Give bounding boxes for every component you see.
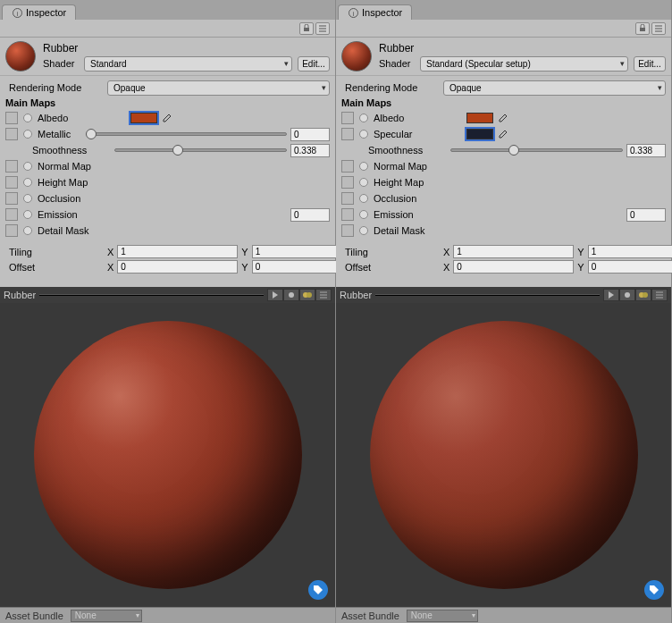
occlusion-texture-slot[interactable] [5,192,18,205]
material-preview[interactable] [336,303,671,607]
eyedropper-icon[interactable] [497,113,508,123]
x-label: X [107,262,113,273]
inspector-panel-left: i Inspector Rubber Shader Standard Edit.… [0,0,336,623]
normal-label: Normal Map [38,161,127,172]
menu-icon[interactable] [651,289,668,301]
rendering-mode-label: Rendering Mode [5,82,104,93]
preview-title: Rubber [340,290,372,300]
metallic-field[interactable] [290,128,330,141]
menu-icon[interactable] [315,22,330,35]
height-radio[interactable] [23,178,32,187]
rendering-mode-dropdown[interactable]: Opaque [443,80,666,96]
skybox-icon[interactable] [635,289,651,301]
offset-y-field[interactable] [588,260,672,274]
normal-radio[interactable] [23,162,32,171]
asset-bundle-bar: Asset Bundle None [0,607,335,623]
menu-icon[interactable] [315,289,332,301]
asset-bundle-bar: Asset Bundle None [336,607,671,623]
svg-rect-2 [304,28,309,31]
eyedropper-icon[interactable] [161,113,172,123]
occlusion-radio[interactable] [359,194,368,203]
asset-bundle-dropdown[interactable]: None [71,610,142,622]
light-icon[interactable] [619,289,635,301]
tiling-y-field[interactable] [588,245,672,258]
lock-icon[interactable] [299,22,314,35]
play-icon[interactable] [267,289,283,301]
albedo-radio[interactable] [23,114,32,122]
metallic-radio[interactable] [23,130,32,139]
offset-label: Offset [5,262,104,273]
emission-field[interactable] [290,208,330,222]
svg-marker-19 [609,291,614,299]
shader-dropdown[interactable]: Standard (Specular setup) [420,56,628,72]
tab-row: i Inspector [0,0,335,20]
albedo-radio[interactable] [359,114,368,122]
height-texture-slot[interactable] [341,176,354,189]
height-label: Height Map [38,177,127,188]
tiling-x-field[interactable] [117,245,238,258]
specular-texture-slot[interactable] [341,128,354,140]
detail-texture-slot[interactable] [5,224,18,237]
tag-icon[interactable] [644,580,664,600]
smoothness-field[interactable] [626,144,666,157]
emission-radio[interactable] [23,210,32,219]
detail-radio[interactable] [359,226,368,235]
shader-dropdown[interactable]: Standard [84,56,292,72]
asset-bundle-dropdown[interactable]: None [407,610,478,622]
height-texture-slot[interactable] [5,176,18,189]
height-radio[interactable] [359,178,368,187]
metallic-label: Metallic [38,129,82,139]
normal-radio[interactable] [359,162,368,171]
albedo-texture-slot[interactable] [5,112,18,124]
edit-button[interactable]: Edit... [298,56,330,72]
albedo-color[interactable] [130,113,157,123]
lock-icon[interactable] [635,22,650,35]
shader-label: Shader [379,58,415,69]
offset-x-field[interactable] [453,260,574,274]
emission-texture-slot[interactable] [5,208,18,221]
light-icon[interactable] [283,289,299,301]
preview-sphere [34,321,302,589]
albedo-texture-slot[interactable] [341,112,354,124]
skybox-icon[interactable] [299,289,315,301]
emission-field[interactable] [626,208,666,222]
panel-top-icons [336,20,671,38]
offset-x-field[interactable] [117,260,238,274]
detail-texture-slot[interactable] [341,224,354,237]
svg-point-9 [307,292,312,298]
info-icon: i [12,7,22,18]
emission-texture-slot[interactable] [341,208,354,221]
eyedropper-icon[interactable] [497,129,508,139]
material-header: Rubber Shader Standard Edit... [0,38,335,75]
metallic-texture-slot[interactable] [5,128,18,140]
rendering-mode-dropdown[interactable]: Opaque [107,80,330,96]
occlusion-label: Occlusion [38,193,127,204]
albedo-color[interactable] [466,113,493,123]
tag-icon[interactable] [308,580,328,600]
detail-radio[interactable] [23,226,32,235]
asset-bundle-label: Asset Bundle [5,610,63,621]
edit-button[interactable]: Edit... [634,56,666,72]
tab-label: Inspector [362,7,402,18]
albedo-label: Albedo [38,113,127,123]
smoothness-slider[interactable] [114,144,287,156]
specular-color[interactable] [466,129,493,139]
occlusion-texture-slot[interactable] [341,192,354,205]
tiling-x-field[interactable] [453,245,574,258]
menu-icon[interactable] [651,22,666,35]
normal-texture-slot[interactable] [341,160,354,173]
material-preview[interactable] [0,303,335,607]
metallic-slider[interactable] [86,128,287,140]
rendering-mode-label: Rendering Mode [341,82,440,93]
play-icon[interactable] [603,289,619,301]
specular-radio[interactable] [359,130,368,139]
main-maps-heading: Main Maps [341,97,666,108]
smoothness-field[interactable] [290,144,330,157]
smoothness-slider[interactable] [450,144,623,156]
tab-inspector[interactable]: i Inspector [2,4,76,20]
tab-inspector[interactable]: i Inspector [338,4,412,20]
normal-texture-slot[interactable] [5,160,18,173]
occlusion-radio[interactable] [23,194,32,203]
svg-marker-6 [273,291,278,299]
emission-radio[interactable] [359,210,368,219]
